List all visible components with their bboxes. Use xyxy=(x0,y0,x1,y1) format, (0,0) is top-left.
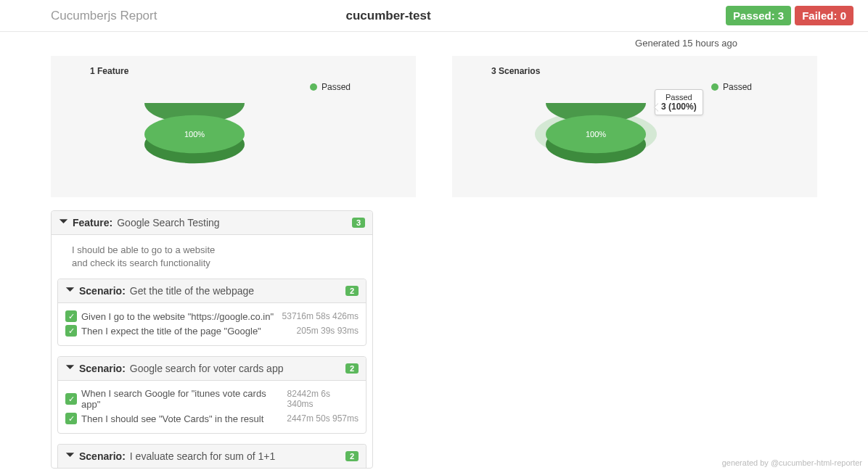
scenario-heading[interactable]: Scenario: Get the title of the webpage 2 xyxy=(58,279,366,303)
step-row: ✓ Given I go to the website "https://goo… xyxy=(65,309,359,323)
scenario-legend-label: Passed xyxy=(723,82,752,92)
step-time: 82442m 6s 340ms xyxy=(287,389,359,409)
feature-desc-line1: I should be able to go to a website xyxy=(72,244,365,257)
scenario-count-badge: 2 xyxy=(345,363,359,374)
step-row: ✓ Then I should see "Vote Cards" in the … xyxy=(65,411,359,426)
feature-pie[interactable]: 100% xyxy=(144,84,245,184)
step-text: When I search Google for "itunes vote ca… xyxy=(81,388,287,410)
generated-time: Generated 15 hours ago xyxy=(0,32,868,51)
scenario-label: Scenario: xyxy=(79,363,126,374)
scenario-name: I evaluate search for sum of 1+1 xyxy=(130,450,275,462)
scenario-label: Scenario: xyxy=(79,285,126,297)
scenario-pie-label: 100% xyxy=(586,130,606,139)
tooltip-line2: 3 (100%) xyxy=(661,102,697,112)
scenario-heading[interactable]: Scenario: Google search for voter cards … xyxy=(58,357,366,381)
scenario-name: Google search for voter cards app xyxy=(130,363,284,374)
top-bar: Cucumberjs Report cucumber-test Passed: … xyxy=(0,0,868,32)
check-icon: ✓ xyxy=(65,413,77,424)
feature-description: I should be able to go to a website and … xyxy=(52,235,372,279)
feature-panel: Feature: Google Search Testing 3 I shoul… xyxy=(51,210,373,469)
feature-label: Feature: xyxy=(73,217,112,228)
legend-swatch-icon xyxy=(310,83,317,91)
project-name: cucumber-test xyxy=(345,9,430,23)
step-row: ✓ When I search Google for "itunes vote … xyxy=(65,387,359,411)
scenario-name: Get the title of the webpage xyxy=(130,285,254,297)
step-row: ✓ Then I expect the title of the page "G… xyxy=(65,323,359,338)
failed-badge[interactable]: Failed: 0 xyxy=(795,6,853,25)
scenario-panel: Scenario: Google search for voter cards … xyxy=(57,356,367,434)
scenario-legend[interactable]: Passed xyxy=(711,82,752,92)
step-time: 205m 39s 93ms xyxy=(297,326,359,336)
charts-row: 1 Feature 100% Passed 3 Scenarios 100% P… xyxy=(0,56,868,197)
scenario-tooltip: Passed 3 (100%) xyxy=(655,89,703,115)
scenario-label: Scenario: xyxy=(79,450,126,462)
step-time: 53716m 58s 426ms xyxy=(282,311,359,321)
feature-chart-title: 1 Feature xyxy=(90,66,406,76)
step-text: Then I should see "Vote Cards" in the re… xyxy=(81,413,263,424)
check-icon: ✓ xyxy=(65,325,77,337)
scenario-chart-title: 3 Scenarios xyxy=(491,66,807,76)
scenario-steps: ✓ When I search Google for "itunes vote … xyxy=(58,381,366,433)
feature-desc-line2: and check its search functionality xyxy=(72,257,365,270)
chevron-down-icon xyxy=(65,363,75,374)
check-icon: ✓ xyxy=(65,310,77,322)
scenario-steps: ✓ Given I go to the website "https://goo… xyxy=(58,303,366,345)
feature-heading[interactable]: Feature: Google Search Testing 3 xyxy=(52,211,372,235)
feature-column: Feature: Google Search Testing 3 I shoul… xyxy=(51,210,373,469)
chevron-down-icon xyxy=(65,450,75,462)
scenario-count-badge: 2 xyxy=(345,451,359,461)
step-time: 2447m 50s 957ms xyxy=(287,413,359,424)
tooltip-line1: Passed xyxy=(661,93,697,102)
feature-pie-label: 100% xyxy=(184,130,205,139)
report-title: Cucumberjs Report xyxy=(51,9,157,23)
legend-swatch-icon xyxy=(711,83,718,91)
step-text: Given I go to the website "https://googl… xyxy=(81,311,274,322)
check-icon: ✓ xyxy=(65,393,77,405)
passed-badge[interactable]: Passed: 3 xyxy=(726,6,791,25)
feature-legend[interactable]: Passed xyxy=(310,82,351,92)
scenario-panel: Scenario: I evaluate search for sum of 1… xyxy=(57,444,367,468)
feature-legend-label: Passed xyxy=(322,82,351,92)
chevron-down-icon xyxy=(59,217,68,228)
scenario-panel: Scenario: Get the title of the webpage 2… xyxy=(57,279,367,346)
feature-chart-card: 1 Feature 100% Passed xyxy=(51,56,416,197)
footer-credit: generated by @cucumber-html-reporter xyxy=(722,458,862,467)
chevron-down-icon xyxy=(65,285,75,297)
feature-name: Google Search Testing xyxy=(117,217,219,228)
scenario-heading[interactable]: Scenario: I evaluate search for sum of 1… xyxy=(58,445,366,468)
feature-count-badge: 3 xyxy=(352,218,365,228)
scenario-chart-card: 3 Scenarios 100% Passed 3 (100%) Passed xyxy=(452,56,817,197)
step-text: Then I expect the title of the page "Goo… xyxy=(81,326,261,337)
scenario-pie[interactable]: 100% xyxy=(546,84,646,184)
scenario-count-badge: 2 xyxy=(345,286,359,296)
